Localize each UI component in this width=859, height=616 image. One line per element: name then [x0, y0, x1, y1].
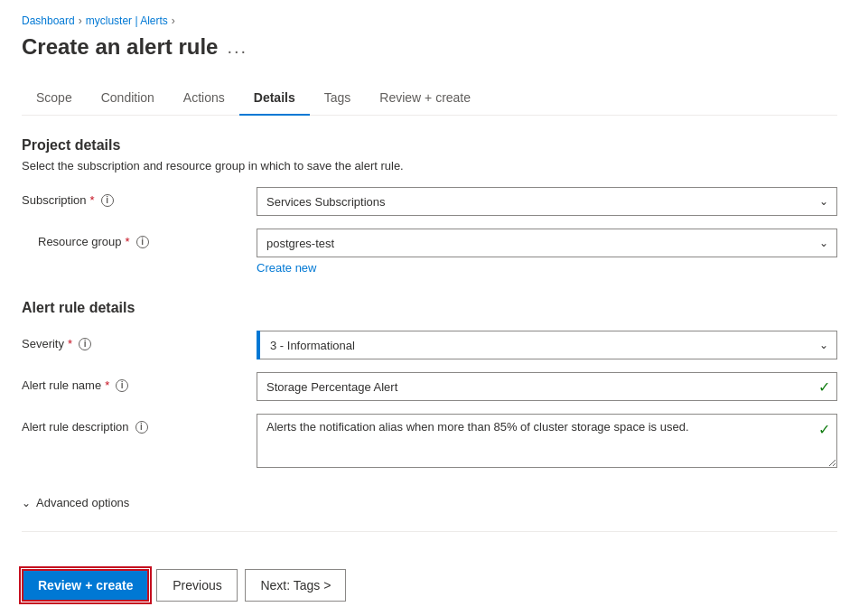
alert-rule-description-row: Alert rule description i Alerts the noti… — [22, 414, 837, 471]
severity-select[interactable]: 3 - Informational 0 - Critical 1 - Error… — [257, 331, 837, 359]
alert-rule-name-check-icon: ✓ — [818, 378, 830, 396]
breadcrumb-sep-2: › — [172, 14, 175, 27]
resource-group-row: Resource group * i postgres-test ⌄ Creat… — [22, 229, 837, 275]
project-details-title: Project details — [22, 137, 837, 154]
breadcrumb: Dashboard › mycluster | Alerts › — [22, 14, 837, 27]
subscription-label-col: Subscription * i — [22, 187, 257, 207]
subscription-label: Subscription — [22, 193, 87, 207]
resource-group-select-wrapper: postgres-test ⌄ — [257, 229, 837, 257]
create-new-link[interactable]: Create new — [257, 261, 316, 275]
alert-rule-description-check-icon: ✓ — [818, 421, 830, 438]
advanced-options-chevron-icon: ⌄ — [22, 497, 31, 509]
footer-buttons: Review + create Previous Next: Tags > — [22, 555, 346, 616]
alert-rule-name-wrapper: ✓ — [257, 372, 837, 401]
alert-rule-description-label-col: Alert rule description i — [22, 414, 257, 434]
alert-rule-name-info-icon[interactable]: i — [116, 379, 128, 392]
tabs-nav: Scope Condition Actions Details Tags Rev… — [22, 81, 837, 116]
alert-rule-description-info-icon[interactable]: i — [135, 421, 148, 434]
next-tags-button[interactable]: Next: Tags > — [245, 569, 346, 602]
severity-label-col: Severity * i — [22, 331, 257, 350]
severity-control: 3 - Informational 0 - Critical 1 - Error… — [257, 331, 837, 359]
page-title-menu[interactable]: ... — [227, 37, 247, 58]
advanced-options-toggle[interactable]: ⌄ Advanced options — [22, 496, 837, 509]
alert-rule-details-title: Alert rule details — [22, 300, 837, 316]
resource-group-label-col: Resource group * i — [22, 229, 257, 248]
review-create-button[interactable]: Review + create — [22, 569, 149, 602]
alert-rule-description-textarea[interactable]: Alerts the notification alias when more … — [257, 414, 837, 468]
alert-rule-name-label-col: Alert rule name * i — [22, 372, 257, 392]
severity-select-container: 3 - Informational 0 - Critical 1 - Error… — [257, 331, 837, 359]
alert-rule-description-wrapper: Alerts the notification alias when more … — [257, 414, 837, 471]
tab-actions[interactable]: Actions — [169, 81, 239, 116]
tab-scope[interactable]: Scope — [22, 81, 87, 116]
severity-bar-indicator — [257, 331, 260, 359]
subscription-control: Services Subscriptions ⌄ — [257, 187, 837, 216]
subscription-info-icon[interactable]: i — [101, 194, 114, 207]
tab-tags[interactable]: Tags — [310, 81, 366, 116]
page-title-row: Create an alert rule ... — [22, 34, 837, 60]
alert-rule-name-label: Alert rule name — [22, 378, 101, 392]
project-details-section: Project details Select the subscription … — [22, 137, 837, 275]
subscription-select[interactable]: Services Subscriptions — [257, 187, 837, 216]
alert-rule-details-section: Alert rule details Severity * i 3 - Info… — [22, 300, 837, 471]
resource-group-control: postgres-test ⌄ Create new — [257, 229, 837, 275]
previous-button[interactable]: Previous — [156, 569, 238, 602]
tab-review-create[interactable]: Review + create — [365, 81, 485, 116]
resource-group-required: * — [126, 235, 130, 248]
tab-details[interactable]: Details — [239, 81, 310, 116]
alert-rule-name-control: ✓ — [257, 372, 837, 401]
advanced-options-label: Advanced options — [36, 496, 129, 509]
severity-info-icon[interactable]: i — [79, 338, 91, 350]
breadcrumb-mycluster[interactable]: mycluster | Alerts — [86, 14, 168, 27]
breadcrumb-dashboard[interactable]: Dashboard — [22, 14, 75, 27]
alert-rule-name-row: Alert rule name * i ✓ — [22, 372, 837, 401]
severity-required: * — [68, 337, 72, 350]
project-details-desc: Select the subscription and resource gro… — [22, 159, 837, 173]
resource-group-info-icon[interactable]: i — [136, 236, 149, 248]
subscription-select-wrapper: Services Subscriptions ⌄ — [257, 187, 837, 216]
breadcrumb-sep-1: › — [79, 14, 82, 27]
subscription-required: * — [90, 193, 95, 207]
alert-rule-name-required: * — [105, 378, 109, 392]
page-title: Create an alert rule — [22, 34, 218, 60]
resource-group-label: Resource group — [38, 235, 122, 248]
resource-group-select[interactable]: postgres-test — [257, 229, 837, 257]
subscription-row: Subscription * i Services Subscriptions … — [22, 187, 837, 216]
tab-condition[interactable]: Condition — [87, 81, 169, 116]
alert-rule-name-input[interactable] — [257, 372, 837, 401]
alert-rule-description-label: Alert rule description — [22, 420, 129, 434]
alert-rule-description-control: Alerts the notification alias when more … — [257, 414, 837, 471]
severity-row: Severity * i 3 - Informational 0 - Criti… — [22, 331, 837, 359]
severity-label: Severity — [22, 337, 64, 350]
footer-divider — [22, 531, 837, 532]
